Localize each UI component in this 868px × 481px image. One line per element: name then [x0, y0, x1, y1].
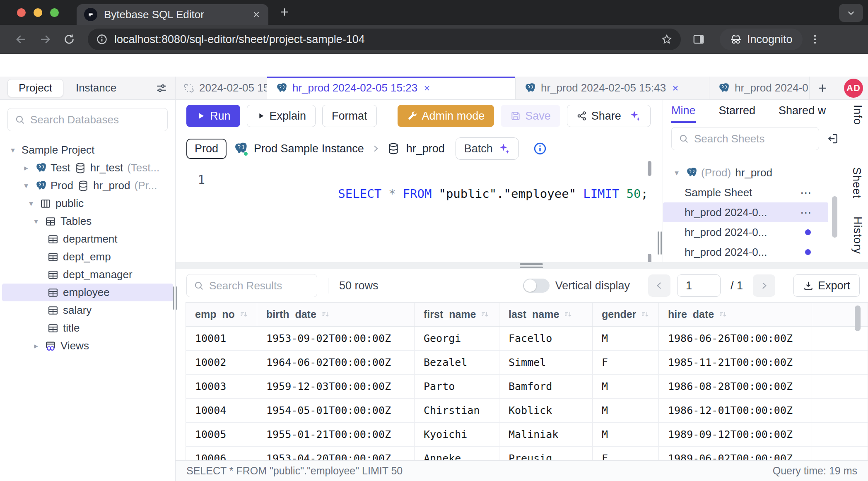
cell[interactable]: 1986-12-01T00:00:00Z [659, 399, 812, 423]
cell[interactable]: Kyoichi [415, 423, 499, 447]
caret-down-icon[interactable]: ▾ [31, 216, 41, 226]
column-header-hire-date[interactable]: hire_date [659, 303, 812, 327]
database-name[interactable]: hr_prod [406, 142, 445, 155]
tree-item-table-salary[interactable]: salary [0, 301, 175, 319]
page-number-input[interactable] [677, 274, 721, 297]
cell[interactable]: Anneke [415, 447, 499, 461]
cell[interactable]: 1954-05-01T00:00:00Z [257, 399, 415, 423]
tree-item-table-title[interactable]: title [0, 319, 175, 337]
cell[interactable]: F [593, 447, 659, 461]
editor-tab-3[interactable]: hr_prod 2024-02-05 15:43 [516, 77, 709, 99]
cell[interactable]: Preusig [499, 447, 593, 461]
database-search[interactable] [7, 108, 168, 131]
sheet-item-unsaved-1[interactable]: hr_prod 2024-0... [663, 222, 845, 242]
sql-line-1[interactable]: 1 SELECT*FROM"public"."employee"LIMIT50; [176, 173, 656, 215]
caret-down-icon[interactable]: ▾ [22, 181, 31, 190]
tree-item-tables-group[interactable]: ▾ Tables [0, 212, 175, 230]
cell[interactable]: 10006 [186, 447, 257, 461]
cell[interactable]: M [593, 327, 659, 351]
cell[interactable]: 1953-09-02T00:00:00Z [257, 327, 415, 351]
column-header-emp-no[interactable]: emp_no [186, 303, 257, 327]
cell[interactable]: F [593, 351, 659, 375]
collapse-panel-icon[interactable] [826, 132, 839, 145]
table-row[interactable]: 100031959-12-03T00:00:00ZPartoBamfordM19… [186, 375, 868, 399]
admin-mode-button[interactable]: Admin mode [398, 105, 494, 127]
cell[interactable]: 1964-06-02T00:00:00Z [257, 351, 415, 375]
format-button[interactable]: Format [322, 105, 377, 127]
editor-scrollbar-thumb[interactable] [648, 161, 651, 176]
more-menu-icon[interactable]: ⋯ [800, 206, 813, 219]
sheet-item-sample[interactable]: Sample Sheet ⋯ [663, 183, 845, 202]
column-header-first-name[interactable]: first_name [415, 303, 499, 327]
cell[interactable]: M [593, 423, 659, 447]
side-tab-sheet-active[interactable]: Sheet [845, 160, 868, 206]
tree-item-table-department[interactable]: department [0, 230, 175, 248]
table-row[interactable]: 100011953-09-02T00:00:00ZGeorgiFacelloM1… [186, 327, 868, 351]
caret-down-icon[interactable]: ▾ [8, 145, 17, 155]
column-header-birth-date[interactable]: birth_date [257, 303, 415, 327]
results-search-input[interactable] [209, 279, 310, 292]
cell[interactable]: M [593, 399, 659, 423]
bookmark-star-icon[interactable] [661, 34, 673, 45]
table-row[interactable]: 100021964-06-02T00:00:00ZBezalelSimmelF1… [186, 351, 868, 375]
sheet-scrollbar-thumb[interactable] [832, 196, 837, 238]
cell[interactable]: Bezalel [415, 351, 499, 375]
close-tab-icon[interactable] [671, 84, 680, 92]
cell[interactable]: 1953-04-20T00:00:00Z [257, 447, 415, 461]
sheet-panel-resize-handle[interactable] [658, 231, 662, 255]
database-search-input[interactable] [30, 113, 161, 126]
drag-handle[interactable] [520, 263, 543, 268]
sort-icon[interactable] [480, 310, 490, 320]
new-tab-button[interactable] [278, 6, 291, 18]
tab-mine[interactable]: Mine [671, 104, 696, 123]
close-tab-icon[interactable] [252, 10, 261, 19]
sheet-search-input[interactable] [694, 132, 812, 145]
editor-tab-4[interactable]: hr_prod 2024-0 [709, 77, 810, 99]
cell[interactable]: Koblick [499, 399, 593, 423]
info-icon[interactable] [533, 142, 547, 156]
tree-item-table-employee[interactable]: employee [2, 284, 173, 301]
tree-item-table-dept-emp[interactable]: dept_emp [0, 248, 175, 266]
minimize-window-button[interactable] [34, 8, 42, 17]
caret-down-icon[interactable]: ▾ [27, 199, 36, 208]
cell[interactable]: Facello [499, 327, 593, 351]
next-page-button[interactable] [753, 274, 775, 297]
results-search[interactable] [186, 274, 317, 297]
results-resize-divider[interactable] [176, 262, 868, 269]
tab-instance[interactable]: Instance [76, 82, 116, 94]
sheet-search[interactable] [671, 127, 819, 150]
cell[interactable]: Georgi [415, 327, 499, 351]
site-info-icon[interactable] [96, 34, 108, 45]
run-button[interactable]: Run [186, 105, 240, 127]
reload-icon[interactable] [63, 33, 75, 46]
tab-search-chevron-button[interactable] [839, 4, 863, 22]
share-button[interactable]: Share [567, 105, 651, 127]
cell[interactable]: 10002 [186, 351, 257, 375]
url-text[interactable]: localhost:8080/sql-editor/sheet/project-… [114, 33, 654, 46]
forward-icon[interactable] [39, 33, 51, 46]
cell[interactable]: 1955-01-21T00:00:00Z [257, 423, 415, 447]
cell[interactable]: Bamford [499, 375, 593, 399]
close-tab-icon[interactable] [423, 84, 431, 92]
tab-project[interactable]: Project [7, 79, 63, 97]
ai-sparkle-icon[interactable] [629, 110, 641, 122]
sort-icon[interactable] [239, 310, 249, 320]
table-row[interactable]: 100041954-05-01T00:00:00ZChirstianKoblic… [186, 399, 868, 423]
sort-icon[interactable] [640, 310, 650, 320]
side-panel-icon[interactable] [692, 33, 705, 46]
prev-page-button[interactable] [648, 274, 670, 297]
browser-tab[interactable]: Bytebase SQL Editor [77, 4, 268, 25]
explain-button[interactable]: Explain [247, 105, 316, 127]
tree-item-prod-db[interactable]: ▾ Prod hr_prod (Pr... [0, 177, 175, 195]
caret-right-icon[interactable]: ▸ [22, 163, 31, 173]
browser-menu-icon[interactable] [809, 34, 821, 45]
editor-tab-1[interactable]: 2024-02-05 15:22 [176, 77, 267, 99]
cell[interactable]: 10005 [186, 423, 257, 447]
side-tab-info[interactable]: Info [851, 105, 864, 125]
vertical-display-toggle[interactable] [523, 279, 550, 293]
filter-sliders-icon[interactable] [155, 82, 168, 94]
column-header-last-name[interactable]: last_name [499, 303, 593, 327]
cell[interactable]: 10004 [186, 399, 257, 423]
close-window-button[interactable] [17, 8, 26, 17]
side-tab-history[interactable]: History [851, 216, 864, 254]
